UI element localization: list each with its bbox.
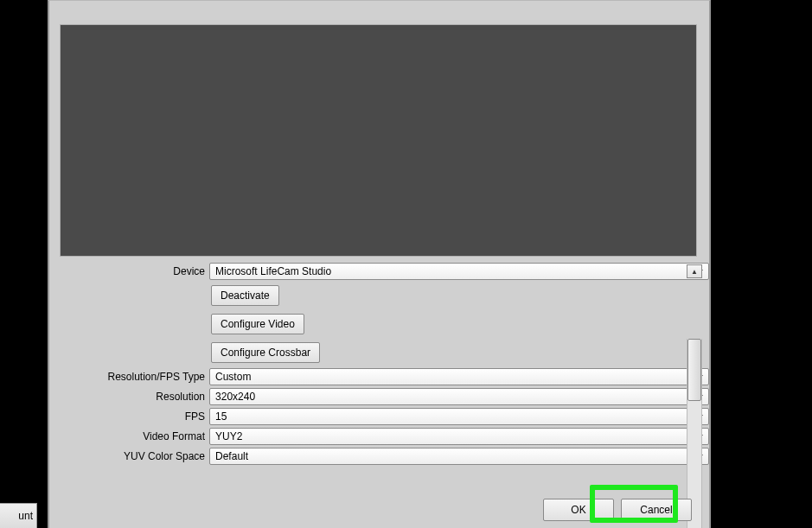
device-select[interactable]: Microsoft LifeCam Studio xyxy=(209,263,709,280)
resolution-label: Resolution xyxy=(49,391,209,403)
configure-video-button[interactable]: Configure Video xyxy=(211,314,304,334)
yuv-color-space-value: Default xyxy=(215,450,248,462)
configure-crossbar-button[interactable]: Configure Crossbar xyxy=(211,342,320,363)
properties-dialog: Device Microsoft LifeCam Studio Deactiva… xyxy=(48,0,711,528)
ok-button[interactable]: OK xyxy=(543,499,614,521)
device-label: Device xyxy=(49,265,209,277)
dialog-footer: OK Cancel xyxy=(49,490,709,528)
scroll-thumb[interactable] xyxy=(687,339,701,401)
form-scrollbar[interactable]: ▲ ▼ xyxy=(687,264,702,485)
fps-select[interactable]: 15 xyxy=(209,408,709,425)
scroll-up-icon[interactable]: ▲ xyxy=(687,264,702,278)
yuv-color-space-select[interactable]: Default xyxy=(209,448,709,465)
resolution-fps-type-value: Custom xyxy=(215,371,251,383)
background-partial-text: unt xyxy=(0,503,37,528)
video-format-value: YUY2 xyxy=(215,430,242,442)
resolution-fps-type-label: Resolution/FPS Type xyxy=(49,371,209,383)
video-format-label: Video Format xyxy=(49,430,209,442)
fps-value: 15 xyxy=(215,410,227,423)
device-value: Microsoft LifeCam Studio xyxy=(215,265,331,277)
yuv-color-space-label: YUV Color Space xyxy=(49,450,209,462)
video-format-select[interactable]: YUY2 xyxy=(209,428,709,445)
form-area: Device Microsoft LifeCam Studio Deactiva… xyxy=(49,260,709,468)
deactivate-button[interactable]: Deactivate xyxy=(211,285,279,306)
resolution-value: 320x240 xyxy=(215,391,255,403)
resolution-select[interactable]: 320x240 xyxy=(209,388,709,405)
cancel-button[interactable]: Cancel xyxy=(621,499,692,521)
video-preview-area xyxy=(60,24,697,257)
fps-label: FPS xyxy=(49,410,209,423)
resolution-fps-type-select[interactable]: Custom xyxy=(209,368,709,385)
